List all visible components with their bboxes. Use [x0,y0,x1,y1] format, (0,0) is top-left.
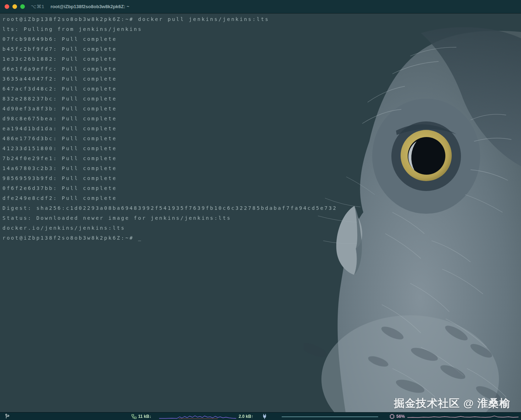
terminal-cursor: _ [138,233,142,243]
terminal-line: 832e288237bc: Pull complete [2,94,521,104]
desktop: ⌥⌘1 root@iZbp138f2so8ob3w8k2pk6Z: ~ [0,0,521,420]
terminal-line: docker.io/jenkins/jenkins:lts [2,223,521,233]
status-separator-line [282,416,378,417]
status-bar: 11 kB↓ 2.0 kB↑ [0,412,521,420]
git-branch-icon [5,414,10,419]
terminal-line: 0f6f2e6d37bb: Pull complete [2,183,521,193]
terminal-line: 1e33c26b1882: Pull complete [2,54,521,64]
traffic-lights [5,4,25,9]
titlebar[interactable]: ⌥⌘1 root@iZbp138f2so8ob3w8k2pk6Z: ~ [0,0,521,13]
terminal-line: root@iZbp138f2so8ob3w8k2pk6Z:~# docker p… [2,14,521,24]
terminal-line: b45fc2bf9fd7: Pull complete [2,44,521,54]
terminal-line: 486e1776d3bc: Pull complete [2,133,521,143]
plug-icon [262,414,267,419]
network-download-sparkline [159,414,237,419]
terminal-line: 07fcb98649b6: Pull complete [2,34,521,44]
cpu-status-component[interactable]: 56% [389,413,405,420]
terminal-line: ea194d1bd1da: Pull complete [2,124,521,133]
terminal-line: 98569593b9fd: Pull complete [2,173,521,183]
terminal-line: d6e1fda9effc: Pull complete [2,64,521,74]
terminal-line: 14a67803c2b3: Pull complete [2,163,521,173]
cpu-chip-icon [389,414,395,419]
shell-prompt: root@iZbp138f2so8ob3w8k2pk6Z:~# [2,235,134,241]
upload-rate-component[interactable]: 2.0 kB↑ [239,413,253,420]
cpu-usage-sparkline [407,414,519,419]
terminal-line: d98c8e675bea: Pull complete [2,114,521,124]
tab-shortcut-label: ⌥⌘1 [31,4,44,9]
close-button[interactable] [5,4,9,9]
terminal-line: 3635a44047f2: Pull complete [2,74,521,84]
network-icon [131,414,137,419]
download-rate-label: 11 kB↓ [138,414,151,419]
terminal-prompt-line: root@iZbp138f2so8ob3w8k2pk6Z:~#_ [2,233,521,243]
terminal-line: lts: Pulling from jenkins/jenkins [2,24,521,34]
git-status-component[interactable] [5,413,10,420]
minimize-button[interactable] [12,4,17,9]
terminal-status-line: Status: Downloaded newer image for jenki… [2,213,521,223]
terminal-line: 7b24f0e29fe1: Pull complete [2,153,521,163]
watermark-text: 掘金技术社区 @ 淮桑榆 [394,396,510,411]
network-status-component[interactable]: 11 kB↓ [131,413,151,420]
terminal-line: dfe249e8cdf2: Pull complete [2,193,521,203]
upload-rate-label: 2.0 kB↑ [239,414,253,419]
window-title: root@iZbp138f2so8ob3w8k2pk6Z: ~ [50,4,129,9]
terminal-screen[interactable]: root@iZbp138f2so8ob3w8k2pk6Z:~# docker p… [0,13,521,412]
zoom-button[interactable] [20,4,25,9]
terminal-line: 4d90ef3a8f3b: Pull complete [2,104,521,114]
terminal-digest-line: Digest: sha256:c1d02293a08ba69483992f541… [2,203,521,213]
cpu-percent-label: 56% [396,414,405,419]
terminal-line: 41233d151800: Pull complete [2,143,521,153]
power-status-component[interactable] [262,413,267,420]
terminal-line: 647acf3d48c2: Pull complete [2,84,521,94]
